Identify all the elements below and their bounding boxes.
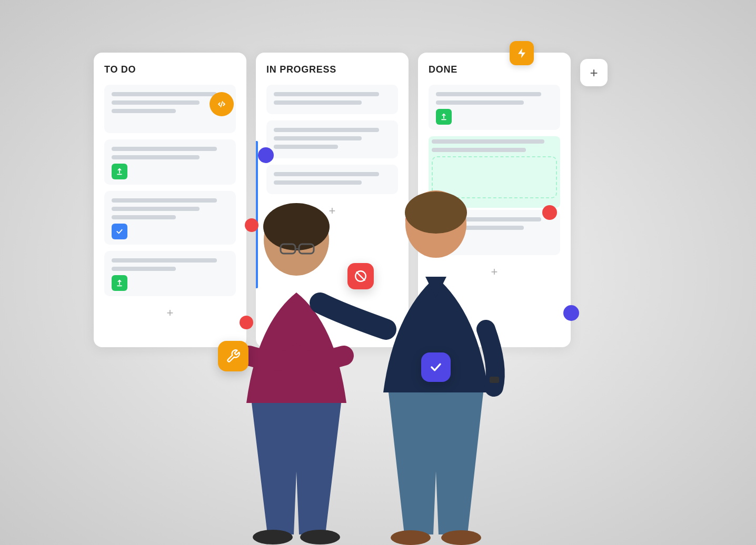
- card-todo-1[interactable]: [104, 85, 236, 133]
- card-done-2[interactable]: [429, 136, 560, 208]
- card-line: [432, 148, 526, 152]
- card-line: [274, 136, 362, 140]
- code-icon: [210, 92, 234, 116]
- kanban-board: TO DO: [94, 53, 714, 347]
- svg-line-1: [356, 272, 364, 280]
- add-column-button[interactable]: +: [580, 59, 608, 86]
- cancel-icon: [347, 263, 374, 289]
- card-inprogress-2[interactable]: [266, 120, 398, 158]
- column-done: DONE +: [418, 53, 571, 347]
- check-badge-icon: [421, 352, 451, 382]
- card-todo-4[interactable]: [104, 251, 236, 296]
- card-line: [274, 180, 362, 185]
- svg-point-12: [441, 530, 481, 545]
- add-inprogress-button[interactable]: +: [266, 203, 398, 219]
- svg-rect-13: [490, 377, 499, 383]
- card-inprogress-1[interactable]: [266, 85, 398, 114]
- card-line: [436, 92, 541, 96]
- dot-red-3: [542, 205, 557, 220]
- check-icon-done: [436, 234, 452, 250]
- column-todo-header: TO DO: [104, 64, 236, 75]
- card-line: [112, 100, 200, 105]
- lightning-badge: [510, 41, 534, 65]
- upload-icon-2: [112, 275, 127, 291]
- card-todo-3[interactable]: [104, 191, 236, 245]
- svg-point-8: [300, 530, 340, 544]
- check-icon: [112, 224, 127, 239]
- upload-icon-done: [436, 109, 452, 125]
- card-done-3[interactable]: [429, 210, 560, 255]
- card-line: [112, 207, 200, 211]
- card-line: [112, 267, 176, 271]
- card-line: [112, 147, 217, 151]
- card-line: [274, 128, 379, 132]
- wrench-icon: [218, 341, 248, 371]
- card-line: [274, 100, 362, 105]
- dot-red-1: [245, 218, 258, 232]
- column-todo: TO DO: [94, 53, 246, 347]
- card-inprogress-3[interactable]: [266, 165, 398, 194]
- card-line: [112, 155, 200, 159]
- dot-purple-1: [258, 147, 274, 163]
- column-inprogress-header: IN PROGRESS: [266, 64, 398, 75]
- scene: TO DO: [0, 0, 756, 545]
- card-line: [112, 215, 176, 219]
- card-line: [274, 145, 338, 149]
- add-todo-button[interactable]: +: [104, 305, 236, 321]
- card-line: [436, 100, 524, 105]
- card-line: [112, 198, 217, 203]
- dot-red-4: [405, 213, 419, 227]
- card-line: [432, 139, 544, 144]
- dot-red-2: [240, 316, 253, 329]
- card-line: [436, 217, 541, 221]
- card-done-1[interactable]: [429, 85, 560, 130]
- card-line: [436, 226, 524, 230]
- card-line: [112, 92, 217, 96]
- card-todo-2[interactable]: [104, 139, 236, 185]
- svg-point-11: [391, 530, 431, 545]
- svg-point-7: [253, 530, 293, 544]
- add-done-button[interactable]: +: [429, 264, 560, 280]
- card-line: [112, 109, 176, 113]
- card-line: [274, 172, 379, 176]
- card-line: [274, 92, 379, 96]
- card-dashed-placeholder: [432, 156, 557, 198]
- card-line: [112, 258, 217, 263]
- upload-icon: [112, 164, 127, 179]
- column-inprogress: IN PROGRESS +: [256, 53, 409, 347]
- dot-purple-2: [563, 305, 579, 321]
- column-done-header: DONE: [429, 64, 560, 75]
